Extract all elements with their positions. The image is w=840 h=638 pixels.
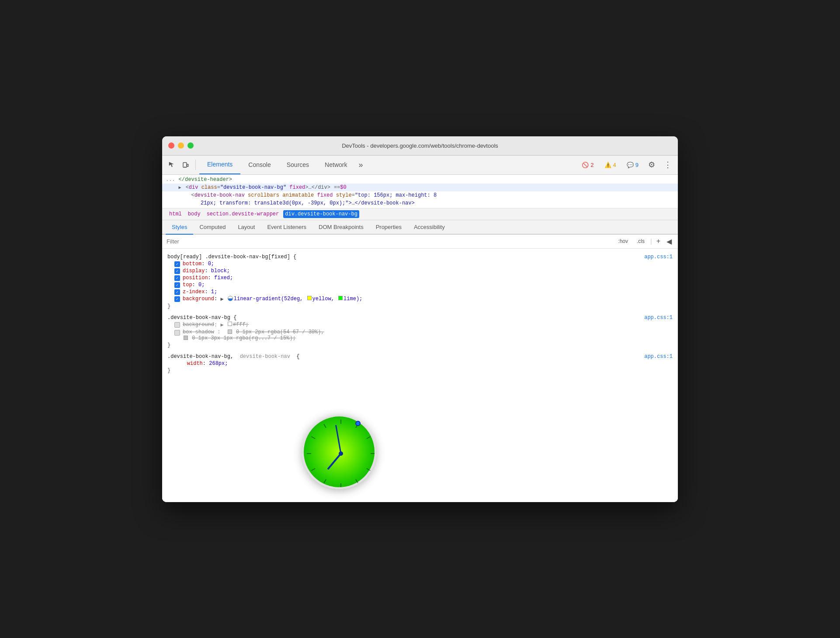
sub-tabs-bar: Styles Computed Layout Event Listeners D… bbox=[162, 220, 678, 235]
rule-body-2: background : ▶ #fff; box-shadow : bbox=[167, 322, 673, 341]
rule-source-1[interactable]: app.css:1 bbox=[644, 254, 673, 260]
html-line-2[interactable]: ▶ < div class = "devsite-book-nav-bg" fi… bbox=[162, 184, 678, 191]
tab-dom-breakpoints[interactable]: DOM Breakpoints bbox=[312, 220, 370, 235]
checkbox-background[interactable] bbox=[174, 296, 180, 302]
expand-arrow-2[interactable]: ▶ bbox=[179, 185, 184, 190]
tab-accessibility[interactable]: Accessibility bbox=[408, 220, 451, 235]
rule-source-2[interactable]: app.css:1 bbox=[644, 315, 673, 321]
prop-name-background[interactable]: background bbox=[183, 296, 214, 302]
rule-selector-3: .devsite-book-nav-bg, devsite-book-nav { bbox=[167, 354, 673, 360]
close-button[interactable] bbox=[168, 142, 174, 149]
prop-val-position[interactable]: fixed; bbox=[214, 275, 233, 281]
tab-console[interactable]: Console bbox=[240, 155, 278, 174]
bs-val-1[interactable]: 0 1px 2px rgba(54 67 / 30%), bbox=[236, 329, 324, 335]
bs-val-2[interactable]: 0 1px 3px 1px rgba(rg...7 / 15%); bbox=[192, 335, 296, 341]
space-2 bbox=[198, 184, 201, 191]
minimize-button[interactable] bbox=[178, 142, 184, 149]
more-menu-button[interactable]: ⋮ bbox=[661, 158, 674, 171]
tab-elements[interactable]: Elements bbox=[199, 155, 240, 174]
prop-name-zindex[interactable]: z-index bbox=[183, 289, 205, 295]
tab-event-listeners[interactable]: Event Listeners bbox=[261, 220, 312, 235]
space-3c bbox=[333, 192, 336, 198]
inspect-element-button[interactable] bbox=[166, 159, 178, 171]
prop-name-bottom[interactable]: bottom bbox=[183, 261, 201, 267]
css-prop-top: top : 0; bbox=[174, 282, 673, 288]
minute-hand-tip bbox=[355, 421, 361, 426]
arrow-expand-bg[interactable]: ▶ bbox=[220, 296, 226, 302]
prop-name-width[interactable]: width bbox=[187, 361, 203, 367]
filter-input[interactable] bbox=[167, 238, 611, 245]
prop-val-width[interactable]: 268px; bbox=[209, 361, 228, 367]
tag-div-2: div bbox=[189, 184, 198, 191]
hov-button[interactable]: :hov bbox=[615, 237, 631, 246]
svg-line-8 bbox=[356, 479, 358, 483]
maximize-button[interactable] bbox=[187, 142, 194, 149]
selector-brace-3: { bbox=[296, 354, 299, 360]
tab-layout[interactable]: Layout bbox=[232, 220, 261, 235]
warning-icon: ⚠️ bbox=[604, 162, 611, 168]
lime-swatch[interactable] bbox=[338, 296, 343, 300]
rule-close-brace-1: } bbox=[167, 303, 673, 309]
cls-button[interactable]: .cls bbox=[634, 237, 648, 246]
warnings-badge[interactable]: ⚠️ 4 bbox=[601, 160, 620, 170]
prop-val-display[interactable]: block; bbox=[211, 268, 230, 274]
checkbox-position[interactable] bbox=[174, 275, 180, 281]
more-tabs-button[interactable]: » bbox=[355, 160, 366, 170]
breadcrumb-body[interactable]: body bbox=[186, 210, 202, 218]
device-toolbar-button[interactable] bbox=[180, 159, 192, 171]
selector-text-1[interactable]: body[ready] .devsite-book-nav-bg[fixed] … bbox=[167, 254, 296, 260]
breadcrumb-html[interactable]: html bbox=[167, 210, 184, 218]
tab-properties[interactable]: Properties bbox=[370, 220, 408, 235]
tab-network[interactable]: Network bbox=[317, 155, 355, 174]
prop-val-bottom[interactable]: 0; bbox=[208, 261, 214, 267]
shadow-swatch-2[interactable] bbox=[184, 336, 188, 340]
space2b bbox=[286, 184, 289, 191]
html-line-1[interactable]: ... </devsite-header> bbox=[162, 176, 678, 184]
tab-styles[interactable]: Styles bbox=[166, 220, 193, 235]
tab-sources[interactable]: Sources bbox=[279, 155, 317, 174]
collapse-button[interactable]: ◀ bbox=[665, 237, 673, 246]
prop-val-top[interactable]: 0; bbox=[198, 282, 205, 288]
breadcrumb-section[interactable]: section.devsite-wrapper bbox=[205, 210, 281, 218]
ellipsis-dots: ... bbox=[166, 177, 175, 183]
tab-computed[interactable]: Computed bbox=[193, 220, 232, 235]
add-style-button[interactable]: + bbox=[655, 237, 662, 245]
eq-sign-0: == bbox=[334, 184, 340, 191]
checkbox-top[interactable] bbox=[174, 282, 180, 288]
devtools-panel: Elements Console Sources Network » 🚫 2 ⚠… bbox=[162, 156, 678, 502]
breadcrumb-div[interactable]: div.devsite-book-nav-bg bbox=[283, 210, 359, 218]
shadow-swatch-1[interactable] bbox=[228, 329, 232, 334]
checkbox-zindex[interactable] bbox=[174, 289, 180, 295]
window-title: DevTools - developers.google.com/web/too… bbox=[342, 142, 498, 149]
html-line-3[interactable]: < devsite-book-nav scrollbars animatable… bbox=[162, 191, 678, 199]
prop-name-top[interactable]: top bbox=[183, 282, 192, 288]
checkbox-display[interactable] bbox=[174, 268, 180, 274]
checkbox-bottom[interactable] bbox=[174, 261, 180, 267]
gradient-icon[interactable] bbox=[228, 296, 233, 301]
prop-val-bg-2[interactable]: #fff; bbox=[233, 322, 249, 328]
messages-badge[interactable]: 💬 9 bbox=[623, 160, 642, 170]
svg-rect-1 bbox=[187, 164, 188, 166]
css-prop-width: width : 268px; bbox=[174, 361, 673, 367]
prop-val-background[interactable]: linear-gradient( bbox=[234, 296, 284, 302]
selector-text-3a[interactable]: .devsite-book-nav-bg, bbox=[167, 354, 233, 360]
prop-name-display[interactable]: display bbox=[183, 268, 205, 274]
prop-name-bs[interactable]: box-shadow bbox=[183, 329, 214, 335]
prop-name-position[interactable]: position bbox=[183, 275, 208, 281]
rule-selector-2: .devsite-book-nav-bg { bbox=[167, 315, 673, 321]
svg-line-16 bbox=[328, 454, 341, 468]
selector-text-2[interactable]: .devsite-book-nav-bg { bbox=[167, 315, 236, 321]
prop-name-bg-2[interactable]: background bbox=[183, 322, 214, 328]
devtools-tabs: Elements Console Sources Network » bbox=[199, 155, 576, 174]
css-prop-position: position : fixed; bbox=[174, 275, 673, 281]
toolbar-divider bbox=[195, 160, 196, 170]
checkbox-bg-2[interactable] bbox=[174, 322, 180, 328]
yellow-swatch[interactable] bbox=[307, 296, 312, 300]
checkbox-bs[interactable] bbox=[174, 330, 180, 336]
prop-val-zindex[interactable]: 1; bbox=[211, 289, 217, 295]
errors-badge[interactable]: 🚫 2 bbox=[578, 160, 597, 170]
settings-button[interactable]: ⚙ bbox=[646, 158, 658, 171]
rule-source-3[interactable]: app.css:1 bbox=[644, 354, 673, 360]
html-line-4[interactable]: 21px; transform: translate3d(0px, -39px,… bbox=[162, 199, 678, 207]
white-swatch[interactable] bbox=[228, 322, 232, 326]
